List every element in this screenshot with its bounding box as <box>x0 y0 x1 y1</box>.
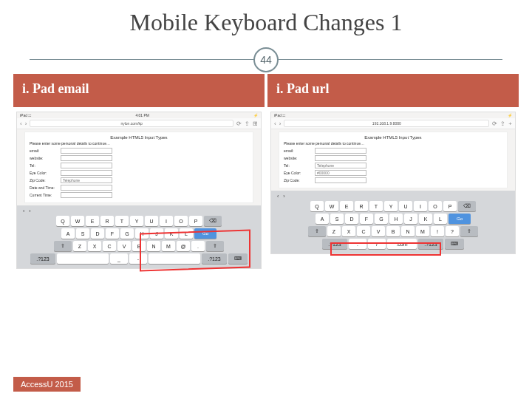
key-.?123[interactable]: .?123 <box>418 239 443 249</box>
key-mod bksp[interactable] <box>204 216 222 226</box>
key-l[interactable]: L <box>180 228 193 239</box>
key-mod shift[interactable] <box>54 241 72 251</box>
address-bar[interactable]: nylon.com/kp <box>30 120 233 127</box>
key-r[interactable]: R <box>100 216 114 226</box>
key-b[interactable]: B <box>386 226 400 236</box>
key-.[interactable]: . <box>349 239 366 249</box>
key-.[interactable]: . <box>191 241 205 251</box>
key-h[interactable]: H <box>389 214 403 224</box>
key-w[interactable]: W <box>71 216 84 226</box>
key-y[interactable]: Y <box>384 201 398 211</box>
key[interactable] <box>57 253 109 264</box>
reload-icon[interactable]: ⟳ <box>236 120 242 127</box>
key-i[interactable]: I <box>160 216 173 226</box>
key--[interactable]: - <box>129 253 147 264</box>
share-icon[interactable]: ⇪ <box>245 120 250 127</box>
key-.?123[interactable]: .?123 <box>202 253 227 264</box>
key-s[interactable]: S <box>76 228 89 239</box>
forward-icon[interactable]: › <box>25 120 27 127</box>
key-z[interactable]: Z <box>327 226 341 236</box>
form-input[interactable] <box>61 148 112 154</box>
key-k[interactable]: K <box>419 214 432 224</box>
key-mod bksp[interactable] <box>458 201 476 211</box>
kb-next-icon[interactable]: › <box>29 208 30 214</box>
key-f[interactable]: F <box>360 214 373 224</box>
form-input[interactable] <box>61 185 112 191</box>
key-m[interactable]: M <box>416 226 429 236</box>
key-?[interactable]: ? <box>446 226 459 236</box>
back-icon[interactable]: ‹ <box>274 120 276 127</box>
key[interactable] <box>149 253 200 264</box>
key-j[interactable]: J <box>404 214 417 224</box>
forward-icon[interactable]: › <box>279 120 282 127</box>
key-q[interactable]: Q <box>310 201 324 211</box>
key-g[interactable]: G <box>120 228 134 239</box>
form-input[interactable]: Telephone <box>315 163 366 168</box>
key-.?123[interactable]: .?123 <box>30 253 55 264</box>
form-input[interactable] <box>61 170 112 176</box>
key-p[interactable]: P <box>443 201 457 211</box>
key-u[interactable]: U <box>399 201 412 211</box>
key-h[interactable]: H <box>135 228 149 239</box>
key-g[interactable]: G <box>375 214 388 224</box>
key-r[interactable]: R <box>355 201 368 211</box>
key-c[interactable]: C <box>103 241 116 251</box>
kb-next-icon[interactable]: › <box>283 194 284 199</box>
form-input[interactable] <box>315 155 366 161</box>
key-c[interactable]: C <box>357 226 370 236</box>
key-t[interactable]: T <box>369 201 383 211</box>
key-k[interactable]: K <box>165 228 178 239</box>
key-d[interactable]: D <box>91 228 104 239</box>
key-v[interactable]: V <box>117 241 131 251</box>
key-/[interactable]: / <box>368 239 386 249</box>
key-mod shift[interactable] <box>206 241 224 251</box>
key-m[interactable]: M <box>162 241 175 251</box>
key-a[interactable]: A <box>61 228 75 239</box>
key-u[interactable]: U <box>145 216 158 226</box>
key-t[interactable]: T <box>115 216 129 226</box>
key-x[interactable]: X <box>342 226 355 236</box>
key-![interactable]: ! <box>431 226 444 236</box>
key-n[interactable]: N <box>147 241 160 251</box>
key-mod dismiss[interactable] <box>228 253 248 264</box>
key-i[interactable]: I <box>414 201 427 211</box>
key-_[interactable]: _ <box>110 253 128 264</box>
key-f[interactable]: F <box>106 228 119 239</box>
reload-icon[interactable]: ⟳ <box>492 120 497 127</box>
form-input[interactable] <box>315 148 366 154</box>
key-v[interactable]: V <box>372 226 385 236</box>
key-y[interactable]: Y <box>130 216 143 226</box>
key-j[interactable]: J <box>150 228 163 239</box>
key-s[interactable]: S <box>330 214 344 224</box>
tabs-icon[interactable]: + <box>508 120 512 127</box>
key-o[interactable]: O <box>429 201 442 211</box>
key-b[interactable]: B <box>132 241 146 251</box>
key-mod dismiss[interactable] <box>445 239 464 249</box>
key-w[interactable]: W <box>325 201 338 211</box>
form-input[interactable] <box>315 177 366 183</box>
key-go[interactable]: Go <box>194 228 216 239</box>
key-z[interactable]: Z <box>73 241 86 251</box>
key-.?123[interactable]: .?123 <box>322 239 347 249</box>
form-input[interactable]: #00000 <box>315 170 366 176</box>
key-.com[interactable]: .com <box>387 239 417 249</box>
key-mod shift[interactable] <box>460 226 478 236</box>
key-n[interactable]: N <box>401 226 415 236</box>
kb-prev-icon[interactable]: ‹ <box>23 208 24 214</box>
key-x[interactable]: X <box>88 241 101 251</box>
kb-prev-icon[interactable]: ‹ <box>277 194 279 199</box>
share-icon[interactable]: ⇪ <box>500 120 505 127</box>
key-@[interactable]: @ <box>177 241 190 251</box>
key-e[interactable]: E <box>340 201 353 211</box>
key-e[interactable]: E <box>86 216 99 226</box>
form-input[interactable] <box>61 192 112 198</box>
key-go[interactable]: Go <box>449 214 471 224</box>
back-icon[interactable]: ‹ <box>20 120 22 127</box>
key-mod shift[interactable] <box>308 226 326 236</box>
key-p[interactable]: P <box>189 216 202 226</box>
tabs-icon[interactable]: ⊞ <box>253 120 258 127</box>
key-q[interactable]: Q <box>56 216 69 226</box>
form-input[interactable]: Telephone <box>61 177 112 183</box>
form-input[interactable] <box>61 155 112 161</box>
key-a[interactable]: A <box>316 214 329 224</box>
